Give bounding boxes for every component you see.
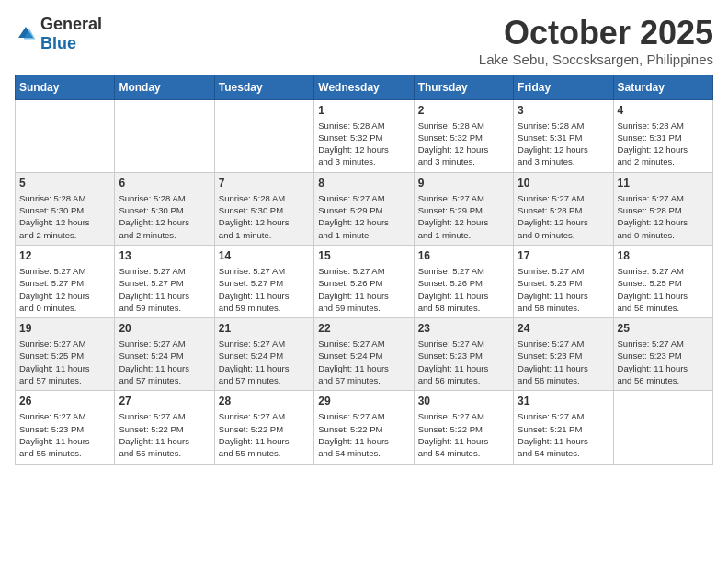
day-number: 6 [119, 177, 210, 190]
calendar-cell [214, 99, 313, 172]
day-number: 18 [618, 249, 709, 262]
day-number: 12 [19, 249, 110, 262]
calendar-cell: 16Sunrise: 5:27 AM Sunset: 5:26 PM Dayli… [414, 245, 513, 317]
calendar-cell: 2Sunrise: 5:28 AM Sunset: 5:32 PM Daylig… [414, 99, 513, 172]
day-number: 26 [19, 395, 110, 408]
calendar-cell: 21Sunrise: 5:27 AM Sunset: 5:24 PM Dayli… [214, 318, 313, 391]
day-number: 4 [618, 104, 709, 117]
calendar-cell: 22Sunrise: 5:27 AM Sunset: 5:24 PM Dayli… [314, 318, 414, 391]
day-number: 9 [418, 177, 509, 190]
day-info: Sunrise: 5:27 AM Sunset: 5:29 PM Dayligh… [318, 192, 409, 241]
calendar-cell: 24Sunrise: 5:27 AM Sunset: 5:23 PM Dayli… [514, 318, 613, 391]
day-number: 15 [318, 249, 409, 262]
weekday-header-thursday: Thursday [414, 75, 513, 99]
calendar-cell: 27Sunrise: 5:27 AM Sunset: 5:22 PM Dayli… [115, 391, 214, 464]
calendar-cell: 20Sunrise: 5:27 AM Sunset: 5:24 PM Dayli… [115, 318, 214, 391]
day-number: 23 [418, 322, 509, 335]
day-number: 3 [518, 104, 609, 117]
day-number: 30 [418, 395, 509, 408]
week-row-3: 12Sunrise: 5:27 AM Sunset: 5:27 PM Dayli… [16, 245, 713, 317]
day-info: Sunrise: 5:27 AM Sunset: 5:23 PM Dayligh… [418, 338, 509, 386]
calendar-cell: 12Sunrise: 5:27 AM Sunset: 5:27 PM Dayli… [16, 245, 115, 317]
day-number: 21 [219, 322, 310, 335]
calendar-cell: 13Sunrise: 5:27 AM Sunset: 5:27 PM Dayli… [115, 245, 214, 317]
day-number: 16 [418, 249, 509, 262]
weekday-header-wednesday: Wednesday [314, 75, 414, 99]
day-info: Sunrise: 5:28 AM Sunset: 5:30 PM Dayligh… [19, 192, 110, 241]
day-info: Sunrise: 5:27 AM Sunset: 5:22 PM Dayligh… [119, 410, 210, 459]
calendar-cell [115, 99, 214, 172]
day-info: Sunrise: 5:27 AM Sunset: 5:25 PM Dayligh… [518, 265, 609, 314]
logo-icon [15, 23, 37, 45]
calendar-cell: 23Sunrise: 5:27 AM Sunset: 5:23 PM Dayli… [414, 318, 513, 391]
day-number: 13 [119, 249, 210, 262]
logo: General Blue [15, 15, 102, 53]
week-row-1: 1Sunrise: 5:28 AM Sunset: 5:32 PM Daylig… [16, 99, 713, 172]
day-info: Sunrise: 5:27 AM Sunset: 5:26 PM Dayligh… [418, 265, 509, 314]
calendar-cell: 28Sunrise: 5:27 AM Sunset: 5:22 PM Dayli… [214, 391, 313, 464]
logo-text: General Blue [40, 15, 102, 53]
day-number: 31 [518, 395, 609, 408]
day-info: Sunrise: 5:28 AM Sunset: 5:32 PM Dayligh… [418, 120, 509, 168]
day-number: 17 [518, 249, 609, 262]
day-info: Sunrise: 5:27 AM Sunset: 5:24 PM Dayligh… [318, 338, 409, 386]
day-number: 20 [119, 322, 210, 335]
calendar-cell: 29Sunrise: 5:27 AM Sunset: 5:22 PM Dayli… [314, 391, 414, 464]
calendar-cell: 31Sunrise: 5:27 AM Sunset: 5:21 PM Dayli… [514, 391, 613, 464]
day-info: Sunrise: 5:27 AM Sunset: 5:28 PM Dayligh… [618, 192, 709, 241]
day-info: Sunrise: 5:28 AM Sunset: 5:31 PM Dayligh… [618, 120, 709, 168]
calendar-cell: 18Sunrise: 5:27 AM Sunset: 5:25 PM Dayli… [613, 245, 712, 317]
week-row-5: 26Sunrise: 5:27 AM Sunset: 5:23 PM Dayli… [16, 391, 713, 464]
month-title: October 2025 [479, 15, 713, 52]
weekday-header-monday: Monday [115, 75, 214, 99]
title-area: October 2025 Lake Sebu, Soccsksargen, Ph… [479, 15, 713, 67]
day-info: Sunrise: 5:28 AM Sunset: 5:30 PM Dayligh… [119, 192, 210, 241]
day-info: Sunrise: 5:27 AM Sunset: 5:22 PM Dayligh… [219, 410, 310, 459]
day-number: 19 [19, 322, 110, 335]
calendar-cell: 14Sunrise: 5:27 AM Sunset: 5:27 PM Dayli… [214, 245, 313, 317]
calendar: SundayMondayTuesdayWednesdayThursdayFrid… [15, 75, 713, 465]
day-info: Sunrise: 5:27 AM Sunset: 5:24 PM Dayligh… [219, 338, 310, 386]
calendar-cell: 19Sunrise: 5:27 AM Sunset: 5:25 PM Dayli… [16, 318, 115, 391]
calendar-cell: 15Sunrise: 5:27 AM Sunset: 5:26 PM Dayli… [314, 245, 414, 317]
calendar-cell: 11Sunrise: 5:27 AM Sunset: 5:28 PM Dayli… [613, 172, 712, 245]
day-number: 11 [618, 177, 709, 190]
calendar-cell: 25Sunrise: 5:27 AM Sunset: 5:23 PM Dayli… [613, 318, 712, 391]
day-info: Sunrise: 5:27 AM Sunset: 5:27 PM Dayligh… [19, 265, 110, 314]
calendar-cell: 26Sunrise: 5:27 AM Sunset: 5:23 PM Dayli… [16, 391, 115, 464]
day-number: 5 [19, 177, 110, 190]
day-info: Sunrise: 5:27 AM Sunset: 5:22 PM Dayligh… [318, 410, 409, 459]
day-number: 28 [219, 395, 310, 408]
day-info: Sunrise: 5:27 AM Sunset: 5:28 PM Dayligh… [518, 192, 609, 241]
weekday-header-saturday: Saturday [613, 75, 712, 99]
weekday-header-row: SundayMondayTuesdayWednesdayThursdayFrid… [16, 75, 713, 99]
day-info: Sunrise: 5:27 AM Sunset: 5:21 PM Dayligh… [518, 410, 609, 459]
calendar-cell: 4Sunrise: 5:28 AM Sunset: 5:31 PM Daylig… [613, 99, 712, 172]
day-number: 29 [318, 395, 409, 408]
day-info: Sunrise: 5:27 AM Sunset: 5:29 PM Dayligh… [418, 192, 509, 241]
day-number: 2 [418, 104, 509, 117]
day-number: 25 [618, 322, 709, 335]
calendar-cell: 17Sunrise: 5:27 AM Sunset: 5:25 PM Dayli… [514, 245, 613, 317]
day-info: Sunrise: 5:27 AM Sunset: 5:25 PM Dayligh… [618, 265, 709, 314]
logo-general: General [40, 15, 102, 33]
calendar-cell: 8Sunrise: 5:27 AM Sunset: 5:29 PM Daylig… [314, 172, 414, 245]
calendar-cell: 1Sunrise: 5:28 AM Sunset: 5:32 PM Daylig… [314, 99, 414, 172]
day-info: Sunrise: 5:27 AM Sunset: 5:27 PM Dayligh… [219, 265, 310, 314]
logo-blue: Blue [40, 34, 76, 52]
header: General Blue October 2025 Lake Sebu, Soc… [15, 15, 713, 67]
calendar-cell: 5Sunrise: 5:28 AM Sunset: 5:30 PM Daylig… [16, 172, 115, 245]
calendar-cell: 7Sunrise: 5:28 AM Sunset: 5:30 PM Daylig… [214, 172, 313, 245]
week-row-4: 19Sunrise: 5:27 AM Sunset: 5:25 PM Dayli… [16, 318, 713, 391]
day-info: Sunrise: 5:28 AM Sunset: 5:32 PM Dayligh… [318, 120, 409, 168]
day-info: Sunrise: 5:27 AM Sunset: 5:23 PM Dayligh… [19, 410, 110, 459]
calendar-cell: 30Sunrise: 5:27 AM Sunset: 5:22 PM Dayli… [414, 391, 513, 464]
day-number: 24 [518, 322, 609, 335]
day-number: 10 [518, 177, 609, 190]
location-title: Lake Sebu, Soccsksargen, Philippines [479, 52, 713, 67]
day-info: Sunrise: 5:27 AM Sunset: 5:22 PM Dayligh… [418, 410, 509, 459]
day-info: Sunrise: 5:27 AM Sunset: 5:24 PM Dayligh… [119, 338, 210, 386]
day-number: 8 [318, 177, 409, 190]
day-info: Sunrise: 5:27 AM Sunset: 5:23 PM Dayligh… [618, 338, 709, 386]
calendar-cell: 9Sunrise: 5:27 AM Sunset: 5:29 PM Daylig… [414, 172, 513, 245]
